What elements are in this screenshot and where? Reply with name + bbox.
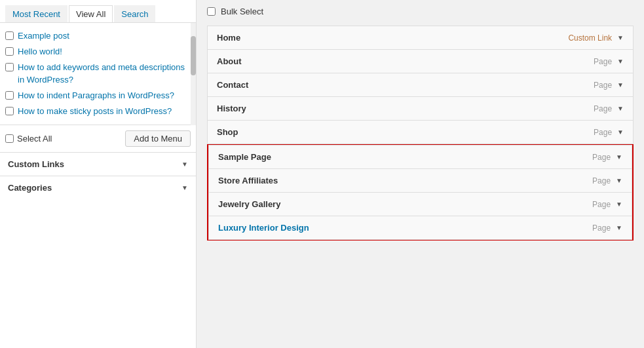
bottom-actions: Select All Add to Menu xyxy=(0,125,196,152)
select-all-text: Select All xyxy=(17,134,52,144)
menu-item-history-right: Page ▼ xyxy=(594,104,624,113)
normal-menu-list: Home Custom Link ▼ About Page ▼ Contact … xyxy=(207,26,634,144)
scrollbar-track[interactable] xyxy=(191,23,196,125)
post-label-4[interactable]: How to indent Paragraphs in WordPress? xyxy=(18,90,174,102)
tab-view-all[interactable]: View All xyxy=(69,5,113,22)
post-label-2[interactable]: Hello world! xyxy=(18,46,62,58)
scrollbar-thumb[interactable] xyxy=(191,36,196,75)
menu-item-sample-page[interactable]: Sample Page Page ▼ xyxy=(208,145,632,169)
bulk-select-checkbox[interactable] xyxy=(207,7,216,16)
post-list-area: Example post Hello world! How to add key… xyxy=(0,23,196,125)
menu-item-jewelry-gallery-type: Page xyxy=(592,200,611,209)
menu-item-about-type: Page xyxy=(594,57,612,66)
right-panel: Bulk Select Home Custom Link ▼ About Pag… xyxy=(197,0,644,348)
post-list: Example post Hello world! How to add key… xyxy=(0,23,196,125)
post-checkbox-2[interactable] xyxy=(5,47,14,56)
menu-item-store-affiliates-right: Page ▼ xyxy=(592,176,622,185)
accordion-custom-links[interactable]: Custom Links ▼ xyxy=(0,152,196,176)
tabs-bar: Most Recent View All Search xyxy=(0,0,196,23)
menu-item-luxury-interior-design-type: Page xyxy=(592,223,611,233)
chevron-down-icon[interactable]: ▼ xyxy=(616,177,622,184)
menu-item-store-affiliates[interactable]: Store Affiliates Page ▼ xyxy=(208,168,632,193)
add-to-menu-button[interactable]: Add to Menu xyxy=(125,130,191,147)
chevron-down-icon[interactable]: ▼ xyxy=(617,128,624,136)
list-item: How to indent Paragraphs in WordPress? xyxy=(5,88,185,104)
menu-item-shop-type: Page xyxy=(594,128,612,137)
menu-item-history[interactable]: History Page ▼ xyxy=(207,96,634,121)
post-label-5[interactable]: How to make sticky posts in WordPress? xyxy=(18,106,172,117)
bulk-select-label: Bulk Select xyxy=(221,7,263,16)
menu-item-contact-type: Page xyxy=(594,81,612,90)
menu-item-contact[interactable]: Contact Page ▼ xyxy=(207,73,634,97)
list-item: Example post xyxy=(5,28,185,44)
menu-item-luxury-interior-design[interactable]: Luxury Interior Design Page ▼ xyxy=(208,216,632,240)
menu-item-luxury-interior-design-name: Luxury Interior Design xyxy=(218,223,309,233)
accordion-categories-label: Categories xyxy=(8,183,52,193)
menu-item-jewelry-gallery-right: Page ▼ xyxy=(592,200,622,209)
menu-item-contact-right: Page ▼ xyxy=(594,81,624,90)
menu-item-home[interactable]: Home Custom Link ▼ xyxy=(207,26,634,50)
menu-item-store-affiliates-type: Page xyxy=(592,176,611,185)
select-all-checkbox[interactable] xyxy=(5,134,14,143)
menu-item-home-right: Custom Link ▼ xyxy=(568,33,624,43)
tab-most-recent[interactable]: Most Recent xyxy=(5,5,67,22)
menu-item-jewelry-gallery[interactable]: Jewelry Gallery Page ▼ xyxy=(208,192,632,216)
bulk-select-row: Bulk Select xyxy=(207,0,634,26)
highlighted-menu-list: Sample Page Page ▼ Store Affiliates Page… xyxy=(207,144,634,241)
menu-item-history-name: History xyxy=(217,104,246,113)
accordion-categories[interactable]: Categories ▼ xyxy=(0,176,196,199)
menu-item-luxury-interior-design-right: Page ▼ xyxy=(592,223,622,233)
menu-item-home-type: Custom Link xyxy=(568,33,612,43)
chevron-down-icon[interactable]: ▼ xyxy=(616,201,622,208)
chevron-down-icon[interactable]: ▼ xyxy=(616,224,622,231)
chevron-down-icon[interactable]: ▼ xyxy=(617,34,624,41)
post-checkbox-1[interactable] xyxy=(5,31,14,40)
menu-item-store-affiliates-name: Store Affiliates xyxy=(218,176,278,185)
chevron-down-icon[interactable]: ▼ xyxy=(617,58,624,65)
menu-item-contact-name: Contact xyxy=(217,80,248,90)
page-wrapper: Most Recent View All Search Example post… xyxy=(0,0,644,348)
post-label-1[interactable]: Example post xyxy=(18,30,69,42)
chevron-down-icon[interactable]: ▼ xyxy=(617,105,624,112)
post-checkbox-5[interactable] xyxy=(5,107,14,115)
chevron-down-icon: ▼ xyxy=(181,161,188,168)
menu-item-shop-name: Shop xyxy=(217,127,238,137)
menu-item-shop[interactable]: Shop Page ▼ xyxy=(207,120,634,144)
list-item: How to add keywords and meta description… xyxy=(5,60,185,87)
menu-item-sample-page-right: Page ▼ xyxy=(592,153,622,162)
post-label-3[interactable]: How to add keywords and meta description… xyxy=(18,62,185,85)
menu-item-home-name: Home xyxy=(217,33,240,43)
menu-item-jewelry-gallery-name: Jewelry Gallery xyxy=(218,199,280,209)
list-item: Hello world! xyxy=(5,44,185,60)
post-checkbox-4[interactable] xyxy=(5,91,14,100)
menu-item-shop-right: Page ▼ xyxy=(594,128,624,137)
list-item: How to make sticky posts in WordPress? xyxy=(5,104,185,119)
accordion-custom-links-label: Custom Links xyxy=(8,159,64,169)
chevron-down-icon: ▼ xyxy=(181,184,188,191)
menu-item-history-type: Page xyxy=(594,104,612,113)
menu-item-about-right: Page ▼ xyxy=(594,57,624,66)
menu-item-sample-page-type: Page xyxy=(592,153,611,162)
left-panel: Most Recent View All Search Example post… xyxy=(0,0,197,348)
menu-item-about-name: About xyxy=(217,56,242,66)
select-all-label[interactable]: Select All xyxy=(5,134,52,144)
menu-item-about[interactable]: About Page ▼ xyxy=(207,49,634,73)
chevron-down-icon[interactable]: ▼ xyxy=(617,81,624,88)
chevron-down-icon[interactable]: ▼ xyxy=(616,153,622,161)
menu-item-sample-page-name: Sample Page xyxy=(218,152,271,162)
tab-search[interactable]: Search xyxy=(114,5,155,22)
post-checkbox-3[interactable] xyxy=(5,63,14,71)
